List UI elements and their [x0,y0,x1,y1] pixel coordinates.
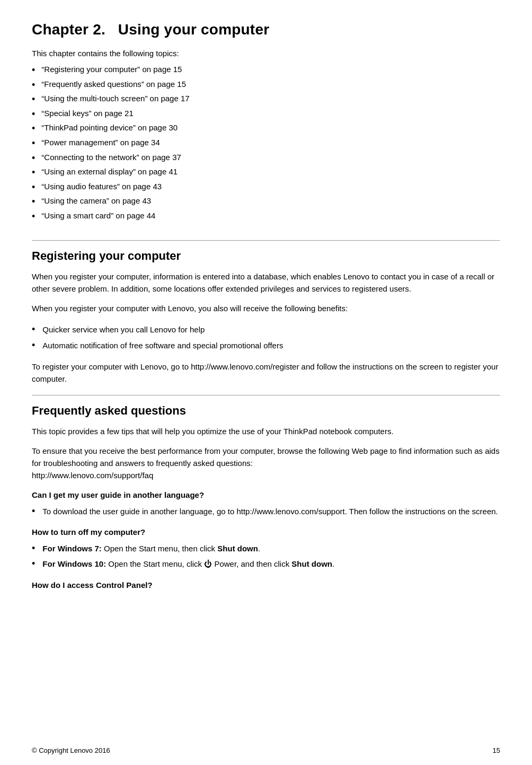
toc-item: “ThinkPad pointing device” on page 30 [32,121,500,136]
toc-item: “Registering your computer” on page 15 [32,63,500,78]
win7-shutown: Shut down [217,544,258,553]
win7-text: Open the Start menu, then click [102,544,217,553]
section-divider-2 [32,395,500,395]
win10-shutdown: Shut down [291,559,332,568]
faq-para-1: This topic provides a few tips that will… [32,425,500,437]
section-title-registering: Registering your computer [32,249,500,263]
turnoff-list: For Windows 7: Open the Start menu, then… [32,541,500,572]
toc-item: “Special keys” on page 21 [32,107,500,122]
registering-closing: To register your computer with Lenovo, g… [32,360,500,385]
copyright-text: © Copyright Lenovo 2016 [32,746,110,754]
win10-suffix: . [332,559,334,568]
win7-suffix: . [258,544,260,553]
language-list: To download the user guide in another la… [32,504,500,519]
list-item-win10: For Windows 10: Open the Start menu, cli… [32,556,500,571]
win10-text: Open the Start menu, click ⏻ Power, and … [106,559,291,568]
toc-item: “Using the camera” on page 43 [32,195,500,209]
list-item: To download the user guide in another la… [32,504,500,519]
subsection-title-turnoff: How to turn off my computer? [32,527,500,537]
chapter-intro: This chapter contains the following topi… [32,49,500,58]
section-title-faq: Frequently asked questions [32,404,500,418]
toc-item: “Using the multi-touch screen” on page 1… [32,92,500,107]
registering-bullets: Quicker service when you call Lenovo for… [32,322,500,353]
toc-item: “Using audio features” on page 43 [32,180,500,195]
toc-item: “Connecting to the network” on page 37 [32,151,500,166]
win10-prefix: For Windows 10: [42,559,106,568]
toc-item: “Using a smart card” on page 44 [32,209,500,224]
subsection-title-controlpanel: How do I access Control Panel? [32,581,500,590]
list-item: Quicker service when you call Lenovo for… [32,322,500,337]
toc-item: “Using an external display” on page 41 [32,165,500,180]
page-number: 15 [493,746,500,754]
win7-prefix: For Windows 7: [42,544,102,553]
registering-para-1: When you register your computer, informa… [32,270,500,295]
section-divider-1 [32,240,500,241]
list-item: Automatic notification of free software … [32,338,500,353]
toc-item: “Frequently asked questions” on page 15 [32,78,500,93]
registering-para-2: When you register your computer with Len… [32,302,500,314]
page-footer: © Copyright Lenovo 2016 15 [0,746,532,754]
chapter-title: Chapter 2. Using your computer [32,21,500,38]
faq-para-2: To ensure that you receive the best perf… [32,445,500,482]
list-item-win7: For Windows 7: Open the Start menu, then… [32,541,500,556]
toc-item: “Power management” on page 34 [32,136,500,151]
toc-list: “Registering your computer” on page 15 “… [32,63,500,224]
subsection-title-language: Can I get my user guide in another langu… [32,490,500,499]
